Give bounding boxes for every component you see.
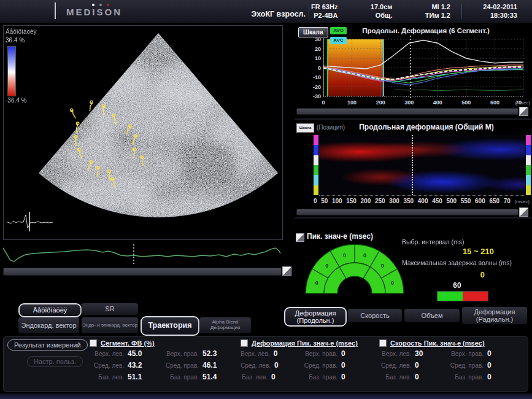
measurement-row: Верх. прав.52.3	[148, 349, 223, 361]
y-tick-label: 0	[318, 65, 321, 71]
segment-value: 0	[381, 263, 384, 269]
tracking-marker	[70, 108, 77, 118]
segment-color	[526, 135, 531, 145]
measurement-value: 0	[415, 361, 436, 370]
delay-color-scale	[437, 291, 488, 301]
measurement-label: Баз. лев.	[385, 374, 411, 381]
mode-velocity-button[interactable]: Скорость	[348, 309, 402, 322]
marker-tail	[126, 126, 130, 134]
measurement-label: Верх. лев.	[94, 351, 124, 357]
peak-section-icon[interactable]	[296, 233, 304, 242]
segment-color	[526, 145, 531, 155]
tracking-marker	[102, 105, 106, 115]
x-tick-label: 600	[475, 198, 485, 204]
measurement-value: 0	[415, 373, 436, 381]
segment-value: 0	[343, 252, 346, 258]
x-tick-label: 100	[332, 198, 342, 204]
chart1-title: Продольн. Деформация (6 Сегмент.)	[362, 27, 490, 34]
delay-scale-half	[438, 292, 463, 301]
tracking-marker	[131, 134, 137, 145]
peak-values-title: Пик. знач-е (msec)	[307, 232, 373, 241]
measurement-results-panel: Результат измерений Настр. польз. Сегмен…	[3, 336, 528, 392]
x-tick-label: 350	[404, 198, 414, 204]
top-status-bar: MEDISON ЭхоКГ взросл. FR 63HzP2-4BA17.0с…	[0, 0, 532, 23]
measurement-label: Сред. прав.	[304, 362, 337, 369]
chart2-resize-icon[interactable]	[519, 207, 528, 217]
measurement-value: 0	[341, 373, 362, 381]
mode-endocard-vector-button[interactable]: Эндокард. вектор	[18, 317, 79, 333]
x-tick-label: 70	[504, 198, 511, 204]
measurement-group: Скорость Пик. знач-е (msec)Верх. лев.30С…	[379, 339, 508, 384]
measurement-label: Баз. лев.	[242, 374, 268, 381]
colorbar-max-value: 36.4 %	[6, 37, 25, 44]
info-line-2: ТИм 1.2	[425, 11, 450, 20]
scale-mini-button[interactable]: Шкала	[296, 123, 314, 133]
mode-endo-epicard-vector-button[interactable]: Эндо- и эпикард. вектор	[82, 317, 138, 333]
mode-deformation-longitudinal-button[interactable]: Деформация (Продольн.)	[284, 307, 347, 327]
segment-value: 0	[325, 263, 328, 269]
x-tick-label: 250	[375, 198, 385, 204]
avc-badge[interactable]: AVC	[330, 37, 347, 44]
button-label: Скорость	[360, 312, 390, 319]
group-header: Деформация Пик. знач-е (msec)	[241, 339, 362, 347]
button-label: Деформация (Радиальн.)	[462, 308, 527, 323]
measurement-value: 51.4	[202, 373, 223, 381]
echo-workstation-screen: MEDISON ЭхоКГ взросл. FR 63HzP2-4BA17.0с…	[0, 0, 532, 399]
button-label: Эндо- и эпикард. вектор	[82, 323, 137, 328]
group-column: Верх. лев.30Сред. лев.0Баз. лев.0	[379, 349, 436, 384]
mmode-time-cursor[interactable]	[412, 135, 413, 195]
group-header-label: Скорость Пик. знач-е (msec)	[390, 339, 485, 347]
mode-alpha-blend-button[interactable]: Alpha Blend Деформация	[199, 317, 251, 333]
acquisition-info-column: 17.0смОбщ.	[371, 2, 393, 20]
group-checkbox[interactable]	[241, 339, 248, 347]
measurement-row: Сред. прав.0	[292, 361, 362, 373]
x-tick-label: 200	[361, 198, 371, 204]
x-tick-label: 300	[404, 99, 414, 106]
measurement-value: 0	[487, 373, 508, 381]
group-checkbox[interactable]	[90, 339, 97, 347]
info-line-1: MI 1.2	[425, 2, 450, 11]
logo-separator	[55, 2, 56, 19]
tracking-marker	[112, 114, 117, 125]
measurement-label: Баз. прав.	[309, 374, 337, 381]
measurement-row: Сред. лев.0	[241, 361, 292, 373]
measurement-row: Верх. лев.0	[241, 349, 292, 361]
group-column: Верх. лев.45.0Сред. лев.43.2Баз. лев.51.…	[90, 349, 148, 384]
bullseye-segment-map: 000000	[301, 242, 411, 296]
avo-badge[interactable]: AVO	[330, 27, 347, 34]
mode-trajectory-button[interactable]: Траектория	[141, 316, 199, 336]
tracking-marker	[77, 148, 83, 159]
measurement-row: Верх. прав.0	[292, 349, 362, 361]
group-columns: Верх. лев.45.0Сред. лев.43.2Баз. лев.51.…	[90, 349, 223, 384]
measurement-value: 0	[274, 349, 292, 358]
logo-dot	[107, 4, 109, 6]
x-axis-unit: (msec)	[514, 198, 529, 204]
left-scrollbar[interactable]	[3, 268, 282, 276]
user-settings-button[interactable]: Настр. польз.	[27, 356, 83, 367]
mode-volume-button[interactable]: Объем	[404, 309, 460, 322]
mode-deformation-radial-button[interactable]: Деформация (Радиальн.)	[462, 307, 527, 324]
x-tick-label: 500	[446, 198, 457, 204]
group-columns: Верх. лев.30Сред. лев.0Баз. лев.0Верх. п…	[379, 349, 508, 384]
group-header: Сегмент. ФВ (%)	[90, 339, 223, 347]
mode-deformation-button[interactable]: Äåôîðìàöèÿ	[18, 303, 82, 317]
segment-color	[314, 145, 318, 155]
tracking-marker	[133, 148, 136, 159]
button-label: Alpha Blend Деформация	[199, 320, 251, 331]
left-resize-icon[interactable]	[282, 266, 291, 276]
chart2-scrollbar[interactable]	[296, 209, 519, 215]
tracking-marker	[125, 124, 132, 135]
section-divider	[295, 118, 531, 120]
measurement-row: Баз. прав.0	[292, 373, 362, 384]
logo-dot	[99, 4, 102, 6]
measurement-label: Верх. прав.	[166, 351, 199, 357]
group-checkbox[interactable]	[379, 339, 387, 347]
measurement-row: Верх. лев.45.0	[90, 349, 148, 361]
segment-colorbar-right	[526, 135, 531, 195]
mode-sr-button[interactable]: SR	[82, 303, 138, 315]
scale-button[interactable]: Шкала	[298, 27, 328, 37]
segment-value: 0	[363, 252, 366, 258]
x-tick-label: 600	[490, 99, 499, 106]
measurement-results-button[interactable]: Результат измерений	[7, 339, 88, 351]
measurement-group: Деформация Пик. знач-е (msec)Верх. лев.0…	[241, 339, 362, 384]
